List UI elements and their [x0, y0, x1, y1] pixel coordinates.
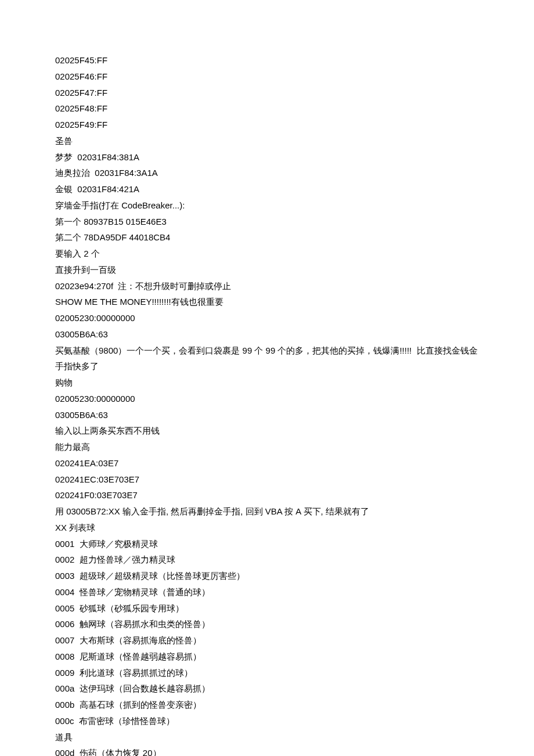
text-line: 迪奥拉治 02031F84:3A1A — [55, 165, 479, 181]
text-line: 梦梦 02031F84:381A — [55, 149, 479, 165]
text-line: 03005B6A:63 — [55, 326, 479, 343]
text-line: 0008 尼斯道球（怪兽越弱越容易抓） — [55, 649, 479, 665]
text-line: 买氨基酸（9800）一个一个买，会看到口袋裹是 99 个 99 个的多，把其他的… — [55, 343, 479, 375]
text-line: SHOW ME THE MONEY!!!!!!!!有钱也很重要 — [55, 294, 479, 310]
text-line: 0005 砂狐球（砂狐乐园专用球） — [55, 600, 479, 617]
text-line: 0004 怪兽球／宠物精灵球（普通的球） — [55, 584, 479, 600]
text-line: 02025F47:FF — [55, 85, 479, 101]
text-line: 03005B6A:63 — [55, 407, 479, 423]
text-line: 020241EA:03E7 — [55, 455, 479, 471]
text-line: 第二个 78DA95DF 44018CB4 — [55, 229, 479, 246]
text-line: 000d 伤药（体力恢复 20） — [55, 745, 479, 756]
text-line: 000b 高基石球（抓到的怪兽变亲密） — [55, 697, 479, 713]
text-line: 020241EC:03E703E7 — [55, 471, 479, 488]
text-line: 0006 触网球（容易抓水和虫类的怪兽） — [55, 616, 479, 632]
text-line: 第一个 80937B15 015E46E3 — [55, 214, 479, 230]
text-line: 购物 — [55, 375, 479, 391]
text-line: 圣兽 — [55, 133, 479, 149]
text-line: 能力最高 — [55, 439, 479, 455]
text-line: 金银 02031F84:421A — [55, 181, 479, 197]
text-line: 穿墙金手指(打在 CodeBreaker...): — [55, 197, 479, 214]
document-content: 02025F45:FF02025F46:FF02025F47:FF02025F4… — [55, 52, 479, 756]
text-line: 02005230:00000000 — [55, 391, 479, 407]
text-line: 02025F48:FF — [55, 100, 479, 117]
text-line: 0002 超力怪兽球／强力精灵球 — [55, 552, 479, 568]
text-line: 0003 超级球／超级精灵球（比怪兽球更厉害些） — [55, 568, 479, 584]
text-line: 输入以上两条买东西不用钱 — [55, 423, 479, 439]
text-line: 000a 达伊玛球（回合数越长越容易抓） — [55, 681, 479, 697]
text-line: 02025F45:FF — [55, 52, 479, 69]
text-line: XX 列表球 — [55, 520, 479, 536]
text-line: 0007 大布斯球（容易抓海底的怪兽） — [55, 632, 479, 649]
text-line: 02005230:00000000 — [55, 310, 479, 326]
text-line: 直接升到一百级 — [55, 262, 479, 278]
text-line: 0001 大师球／究极精灵球 — [55, 536, 479, 552]
text-line: 02025F46:FF — [55, 69, 479, 85]
text-line: 02025F49:FF — [55, 117, 479, 133]
text-line: 020241F0:03E703E7 — [55, 487, 479, 503]
text-line: 02023e94:270f 注：不想升级时可删掉或停止 — [55, 278, 479, 294]
text-line: 0009 利比道球（容易抓抓过的球） — [55, 665, 479, 681]
text-line: 用 03005B72:XX 输入金手指, 然后再删掉金手指, 回到 VBA 按 … — [55, 503, 479, 520]
text-line: 要输入 2 个 — [55, 246, 479, 262]
text-line: 000c 布雷密球（珍惜怪兽球） — [55, 713, 479, 729]
text-line: 道具 — [55, 729, 479, 746]
